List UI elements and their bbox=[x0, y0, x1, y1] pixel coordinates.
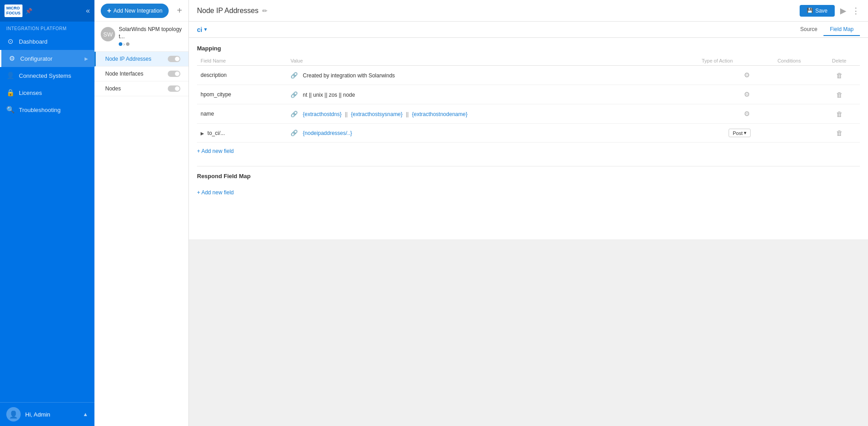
col-delete: Delete bbox=[819, 56, 860, 66]
value-hpom: 🔗 nt || unix || zos || node bbox=[287, 85, 641, 104]
toggle-node-ip-addresses[interactable] bbox=[168, 56, 180, 62]
subnav-item-node-interfaces[interactable]: Node Interfaces bbox=[94, 67, 188, 81]
sidebar-item-licenses[interactable]: 🔒 Licenses bbox=[0, 84, 94, 101]
bottom-gray-area bbox=[189, 239, 868, 426]
conditions-to-ci bbox=[760, 124, 819, 143]
header-actions: 💾 Save ▶ ⋮ bbox=[800, 5, 860, 17]
delete-name: 🗑 bbox=[819, 104, 860, 124]
gear-button-hpom[interactable]: ⚙ bbox=[743, 90, 751, 99]
dot-blue bbox=[119, 42, 122, 46]
tag-extracthostsysname: {extracthostsysname} bbox=[351, 111, 403, 117]
tag-extracthostdns: {extracthostdns} bbox=[303, 111, 341, 117]
add-field-button-mapping[interactable]: + Add new field bbox=[197, 144, 234, 158]
collapse-icon[interactable]: « bbox=[86, 7, 90, 15]
tab-field-map-label: Field Map bbox=[830, 26, 854, 32]
ci-selector[interactable]: ci ▾ bbox=[197, 26, 207, 33]
trash-button-name[interactable]: 🗑 bbox=[835, 109, 844, 119]
link-icon: 🔗 bbox=[291, 91, 298, 98]
gear-button-description[interactable]: ⚙ bbox=[743, 70, 751, 80]
integration-item[interactable]: SW SolarWinds NPM topology t... › bbox=[94, 22, 188, 52]
connected-systems-icon: 👤 bbox=[6, 72, 14, 80]
tabs-bar: ci ▾ Source Field Map bbox=[189, 22, 868, 38]
main-content: Node IP Addresses ✏ 💾 Save ▶ ⋮ ci ▾ Sour… bbox=[189, 0, 868, 426]
footer-chevron-icon[interactable]: ▲ bbox=[83, 411, 88, 417]
dot-gray bbox=[126, 42, 130, 46]
table-row: name 🔗 {extracthostdns} || {extracthosts… bbox=[197, 104, 860, 124]
middle-plus-button[interactable]: + bbox=[177, 5, 182, 16]
toggle-nodes[interactable] bbox=[168, 85, 180, 92]
action-name: ⚙ bbox=[641, 104, 760, 124]
conditions-description bbox=[760, 66, 819, 85]
main-header: Node IP Addresses ✏ 💾 Save ▶ ⋮ bbox=[189, 0, 868, 22]
subnav-label-nodes: Nodes bbox=[105, 85, 121, 92]
add-integration-label: Add New Integration bbox=[113, 8, 162, 14]
col-field-name: Field Name bbox=[197, 56, 287, 66]
middle-header: + Add New Integration + bbox=[94, 0, 188, 22]
tab-source-label: Source bbox=[800, 26, 817, 32]
sidebar-nav: ⊙ Dashboard ⚙ Configurator ▶ 👤 Connected… bbox=[0, 33, 94, 402]
delete-hpom: 🗑 bbox=[819, 85, 860, 104]
field-name-hpom: hpom_citype bbox=[197, 85, 287, 104]
trash-button-to-ci[interactable]: 🗑 bbox=[835, 128, 844, 138]
tab-field-map[interactable]: Field Map bbox=[823, 23, 860, 36]
separator-1: || bbox=[345, 111, 348, 117]
subnav-label-node-ip-addresses: Node IP Addresses bbox=[105, 56, 152, 62]
link-icon: 🔗 bbox=[291, 130, 298, 136]
col-conditions: Conditions bbox=[760, 56, 819, 66]
action-to-ci: Post ▾ bbox=[641, 124, 760, 143]
sidebar-item-label-dashboard: Dashboard bbox=[19, 38, 48, 45]
delete-to-ci: 🗑 bbox=[819, 124, 860, 143]
link-icon: 🔗 bbox=[291, 111, 298, 117]
integration-name: SolarWinds NPM topology t... bbox=[119, 26, 182, 40]
field-name-to-ci: ▶ to_ci/... bbox=[197, 124, 287, 143]
ci-chevron-icon: ▾ bbox=[204, 27, 207, 32]
dashboard-icon: ⊙ bbox=[6, 37, 14, 45]
trash-button-description[interactable]: 🗑 bbox=[835, 71, 844, 80]
platform-label: INTEGRATION PLATFORM bbox=[0, 22, 94, 33]
post-dropdown-button[interactable]: Post ▾ bbox=[729, 129, 751, 137]
sidebar-item-dashboard[interactable]: ⊙ Dashboard bbox=[0, 33, 94, 50]
add-field-button-respond[interactable]: + Add new field bbox=[197, 186, 234, 199]
page-title: Node IP Addresses ✏ bbox=[197, 7, 268, 15]
subnav-label-node-interfaces: Node Interfaces bbox=[105, 71, 143, 77]
sidebar-item-connected-systems[interactable]: 👤 Connected Systems bbox=[0, 67, 94, 84]
sidebar-header: MICROFOCUS 📌 « bbox=[0, 0, 94, 22]
field-name-description: description bbox=[197, 66, 287, 85]
col-type-of-action: Type of Action bbox=[641, 56, 760, 66]
separator-2: || bbox=[406, 111, 408, 117]
value-name: 🔗 {extracthostdns} || {extracthostsysnam… bbox=[287, 104, 641, 124]
subnav-item-nodes[interactable]: Nodes bbox=[94, 81, 188, 96]
value-to-ci: 🔗 {nodeipaddresses/..} bbox=[287, 124, 641, 143]
conditions-name bbox=[760, 104, 819, 124]
edit-icon[interactable]: ✏ bbox=[262, 7, 268, 14]
field-name-name: name bbox=[197, 104, 287, 124]
table-row: hpom_citype 🔗 nt || unix || zos || node … bbox=[197, 85, 860, 104]
plus-icon: + bbox=[107, 7, 111, 15]
logo-box: MICROFOCUS bbox=[4, 4, 22, 17]
configurator-icon: ⚙ bbox=[8, 54, 16, 63]
col-value: Value bbox=[287, 56, 641, 66]
play-button[interactable]: ▶ bbox=[838, 6, 848, 16]
toggle-node-interfaces[interactable] bbox=[168, 71, 180, 77]
sidebar-item-configurator[interactable]: ⚙ Configurator ▶ bbox=[0, 50, 94, 67]
post-chevron-icon: ▾ bbox=[744, 130, 747, 136]
tab-source[interactable]: Source bbox=[794, 23, 823, 36]
section-divider bbox=[197, 166, 860, 166]
more-options-button[interactable]: ⋮ bbox=[852, 6, 860, 16]
gear-button-name[interactable]: ⚙ bbox=[743, 109, 751, 119]
expand-arrow-icon[interactable]: ▶ bbox=[201, 131, 204, 136]
sidebar-footer: 👤 Hi, Admin ▲ bbox=[0, 402, 94, 426]
integration-icon: SW bbox=[101, 27, 115, 41]
logo: MICROFOCUS 📌 bbox=[4, 4, 32, 17]
sidebar-item-troubleshooting[interactable]: 🔍 Troubleshooting bbox=[0, 101, 94, 118]
arrow-icon: › bbox=[123, 41, 125, 47]
add-integration-button[interactable]: + Add New Integration bbox=[101, 4, 169, 18]
avatar: 👤 bbox=[6, 407, 21, 422]
sidebar-item-label-troubleshooting: Troubleshooting bbox=[19, 107, 61, 113]
action-hpom: ⚙ bbox=[641, 85, 760, 104]
middle-panel: + Add New Integration + SW SolarWinds NP… bbox=[94, 0, 189, 426]
action-description: ⚙ bbox=[641, 66, 760, 85]
subnav-item-node-ip-addresses[interactable]: Node IP Addresses bbox=[94, 52, 188, 67]
save-button[interactable]: 💾 Save bbox=[800, 5, 835, 17]
trash-button-hpom[interactable]: 🗑 bbox=[835, 90, 844, 99]
